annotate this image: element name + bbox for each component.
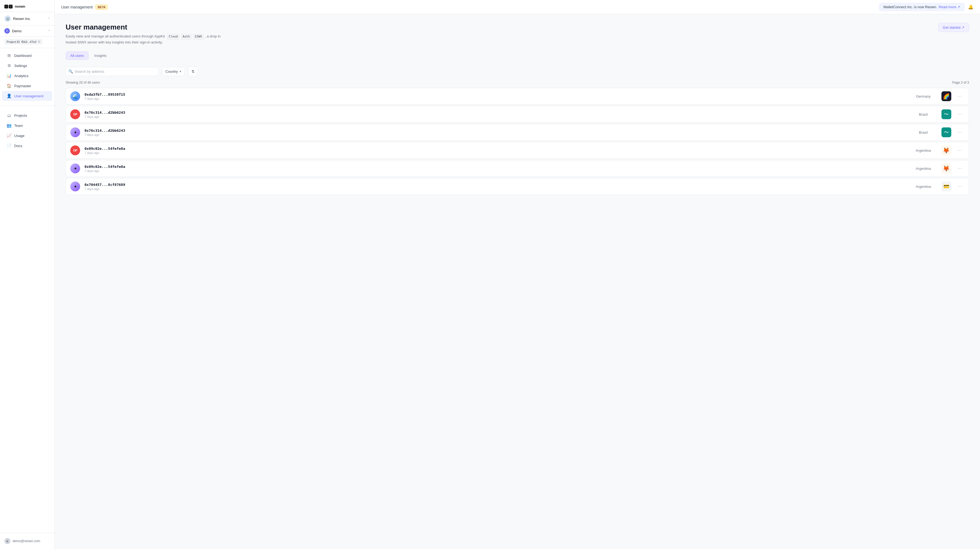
table-row[interactable]: OP 0x76c314...d2bb6243 7 days ago Brazil… bbox=[65, 106, 969, 123]
sidebar-item-team[interactable]: 👥 Team bbox=[2, 121, 52, 130]
project-selector[interactable]: D Demo ⌃ bbox=[0, 25, 54, 37]
get-started-button[interactable]: Get started ↗ bbox=[938, 23, 969, 32]
country-label: Country bbox=[165, 70, 178, 73]
announcement-text: WalletConnect Inc. is now Reown. bbox=[883, 5, 937, 9]
user-address: 0x76c314...d2bb6243 bbox=[84, 110, 905, 115]
search-input[interactable] bbox=[65, 67, 159, 76]
tag-auth: Auth bbox=[181, 34, 192, 40]
user-address: 0x704457...8cf87689 bbox=[84, 183, 905, 187]
user-country: Germany bbox=[910, 94, 937, 99]
tab-insights[interactable]: Insights bbox=[90, 51, 111, 60]
showing-count: Showing 20 of 46 users bbox=[65, 81, 100, 84]
notification-bell-icon[interactable]: 🔔 bbox=[968, 4, 974, 10]
user-info: 0x09c02e...54fefe8a 7 days ago bbox=[84, 165, 905, 172]
table-row[interactable]: ✦ 0x09c02e...54fefe8a 7 days ago Argenti… bbox=[65, 160, 969, 177]
page-description: Easily view and manage all authenticated… bbox=[65, 33, 224, 45]
bottom-nav: 🗂 Projects 👥 Team 📈 Usage 📄 Docs bbox=[0, 108, 54, 153]
project-id-badge[interactable]: Project ID f5b3...47e2 ⧉ bbox=[5, 39, 42, 45]
wallet-icon: 〜 bbox=[942, 109, 951, 119]
wallet-icon: 🦊 bbox=[942, 145, 951, 155]
sidebar-item-projects[interactable]: 🗂 Projects bbox=[2, 110, 52, 120]
user-info: 0x09c02e...54fefe8a 7 days ago bbox=[84, 146, 905, 154]
sidebar-label-projects: Projects bbox=[14, 113, 27, 118]
user-address: 0x09c02e...54fefe8a bbox=[84, 146, 905, 151]
project-name: Demo bbox=[12, 29, 46, 33]
sort-button[interactable]: ⇅ bbox=[188, 67, 198, 76]
table-row[interactable]: OP 0x09c02e...54fefe8a 7 days ago Argent… bbox=[65, 142, 969, 159]
user-list: 🌊 0xda3fb7...89538f15 7 days ago Germany… bbox=[65, 88, 969, 195]
project-chevron-icon: ⌃ bbox=[48, 30, 50, 33]
page-title: User management bbox=[65, 23, 224, 32]
topbar-left: User management BETA bbox=[61, 5, 108, 10]
org-name: Reown Inc. bbox=[13, 17, 46, 21]
user-time: 7 days ago bbox=[84, 115, 905, 118]
page-indicator: Page 2 of 3 bbox=[952, 81, 969, 84]
user-menu-button[interactable]: ··· bbox=[956, 129, 964, 136]
filters-row: 🔍 Country ▾ ⇅ bbox=[65, 67, 969, 76]
sidebar-label-team: Team bbox=[14, 124, 23, 128]
copy-icon[interactable]: ⧉ bbox=[38, 40, 40, 43]
paymaster-icon: 🏠 bbox=[6, 83, 11, 88]
sidebar-item-settings[interactable]: ⚙ Settings bbox=[2, 61, 52, 70]
country-chevron-icon: ▾ bbox=[180, 70, 181, 73]
country-dropdown[interactable]: Country ▾ bbox=[162, 67, 185, 76]
user-menu-button[interactable]: ··· bbox=[956, 147, 964, 154]
user-time: 7 days ago bbox=[84, 133, 905, 137]
user-country: Argentina bbox=[910, 185, 937, 189]
tag-siwx: SIWX bbox=[193, 34, 204, 40]
main-content: User management BETA WalletConnect Inc. … bbox=[55, 0, 980, 549]
wallet-icon: 🌈 bbox=[942, 91, 951, 101]
wallet-icon: 🦊 bbox=[942, 164, 951, 173]
user-avatar: c bbox=[5, 538, 10, 544]
table-row[interactable]: ✦ 0x704457...8cf87689 7 days ago Argenti… bbox=[65, 178, 969, 195]
user-menu-button[interactable]: ··· bbox=[956, 183, 964, 190]
announcement-link[interactable]: Read more ↗ bbox=[939, 5, 960, 9]
table-row[interactable]: 🌊 0xda3fb7...89538f15 7 days ago Germany… bbox=[65, 88, 969, 105]
topbar-right: WalletConnect Inc. is now Reown. Read mo… bbox=[879, 3, 974, 11]
table-row[interactable]: ✦ 0x76c314...d2bb6243 7 days ago Brazil … bbox=[65, 124, 969, 141]
dashboard-icon: ⊞ bbox=[6, 53, 11, 58]
search-icon: 🔍 bbox=[68, 69, 73, 73]
sidebar-label-analytics: Analytics bbox=[14, 74, 29, 78]
sidebar-item-dashboard[interactable]: ⊞ Dashboard bbox=[2, 51, 52, 60]
logo-icon: · / bbox=[5, 5, 13, 8]
user-email: demo@reown.com bbox=[13, 539, 40, 543]
avatar: 🌊 bbox=[70, 91, 80, 101]
tab-all-users[interactable]: All users bbox=[65, 51, 89, 60]
sidebar-item-user-management[interactable]: 👤 User management bbox=[2, 91, 52, 101]
projects-icon: 🗂 bbox=[6, 113, 11, 118]
project-id-row: Project ID f5b3...47e2 ⧉ bbox=[0, 37, 54, 48]
sidebar-divider bbox=[0, 105, 54, 106]
sidebar-footer: c demo@reown.com bbox=[0, 533, 54, 549]
beta-badge: BETA bbox=[95, 5, 108, 10]
sidebar-label-docs: Docs bbox=[14, 144, 22, 148]
org-icon: 🏢 bbox=[5, 15, 11, 22]
user-management-icon: 👤 bbox=[6, 94, 11, 99]
sidebar-label-dashboard: Dashboard bbox=[14, 54, 32, 58]
topbar-title: User management bbox=[61, 5, 93, 9]
user-country: Argentina bbox=[910, 167, 937, 170]
sort-icon: ⇅ bbox=[191, 69, 195, 73]
sidebar-item-docs[interactable]: 📄 Docs bbox=[2, 141, 52, 151]
search-wrapper: 🔍 bbox=[65, 67, 159, 76]
sidebar-item-paymaster[interactable]: 🏠 Paymaster bbox=[2, 81, 52, 91]
sidebar-label-user-management: User management bbox=[14, 94, 43, 98]
user-menu-button[interactable]: ··· bbox=[956, 93, 964, 100]
user-address: 0x76c314...d2bb6243 bbox=[84, 129, 905, 133]
sidebar-item-analytics[interactable]: 📊 Analytics bbox=[2, 71, 52, 81]
user-menu-button[interactable]: ··· bbox=[956, 111, 964, 118]
logo-area[interactable]: · / reown bbox=[0, 0, 54, 12]
user-time: 7 days ago bbox=[84, 187, 905, 191]
user-info: 0xda3fb7...89538f15 7 days ago bbox=[84, 92, 905, 100]
main-nav: ⊞ Dashboard ⚙ Settings 📊 Analytics 🏠 Pay… bbox=[0, 48, 54, 103]
page-header: User management Easily view and manage a… bbox=[65, 23, 969, 45]
sidebar-label-usage: Usage bbox=[14, 134, 25, 138]
user-menu-button[interactable]: ··· bbox=[956, 165, 964, 172]
avatar: OP bbox=[70, 109, 80, 119]
wallet-icon: 💳 bbox=[942, 181, 951, 191]
sidebar-item-usage[interactable]: 📈 Usage bbox=[2, 131, 52, 140]
analytics-icon: 📊 bbox=[6, 73, 11, 78]
user-account-row[interactable]: c demo@reown.com bbox=[0, 535, 54, 547]
org-selector[interactable]: 🏢 Reown Inc. ⌃ bbox=[0, 12, 54, 25]
avatar: ✦ bbox=[70, 127, 80, 137]
